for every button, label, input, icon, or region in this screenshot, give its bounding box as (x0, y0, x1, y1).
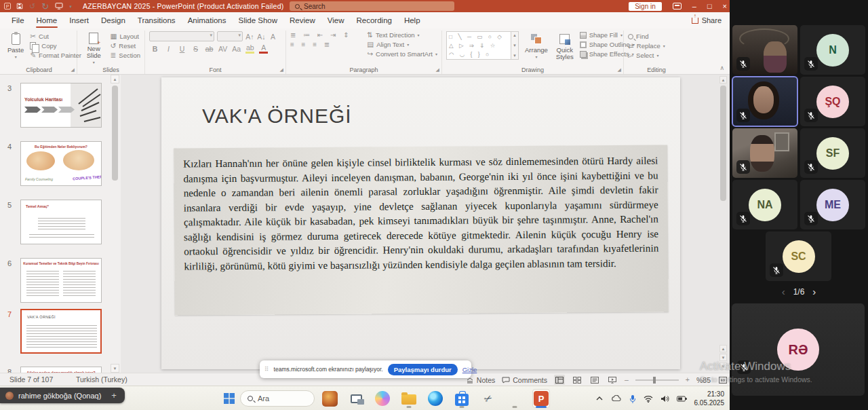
previous-page-icon[interactable]: ‹ (782, 286, 785, 297)
sign-in-button[interactable]: Sign in (629, 2, 662, 11)
text-highlight-button[interactable]: ab (245, 43, 254, 54)
tab-insert[interactable]: Insert (63, 14, 95, 26)
snipping-tool-button[interactable]: ✂ (479, 389, 497, 408)
comments-toggle[interactable]: Comments (502, 376, 547, 384)
scrollbar-thumb[interactable] (112, 86, 118, 181)
redo-icon[interactable]: ↻ (41, 2, 49, 11)
quick-styles-button[interactable]: Quick Styles (554, 31, 576, 65)
thumbnail-scrollbar[interactable]: ▲ ▼ (111, 75, 119, 373)
tab-help[interactable]: Help (398, 14, 427, 26)
hide-banner-link[interactable]: Gizle (462, 366, 477, 373)
shape-gallery-scroll[interactable]: ▲▼▼ (511, 31, 519, 60)
participant-initials-tile[interactable]: ME (800, 180, 865, 229)
task-view-button[interactable] (347, 389, 365, 408)
chrome-button[interactable] (506, 389, 524, 408)
tab-slide-show[interactable]: Slide Show (233, 14, 284, 26)
save-icon[interactable] (16, 3, 23, 10)
participant-video-tile[interactable] (732, 25, 797, 75)
clock[interactable]: 21:30 6.05.2025 (694, 390, 725, 407)
strikethrough-button[interactable]: ab (205, 45, 214, 53)
thumbnail-slide-7-selected[interactable]: 7 VAK'A ÖRNEĞİ (0, 309, 108, 356)
close-button[interactable]: × (723, 3, 727, 10)
tab-review[interactable]: Review (283, 14, 321, 26)
thumbnail-slide-5[interactable]: 5 Temel Amaç* (0, 200, 108, 247)
list-indent-icons[interactable]: ≣ ≔ ⇤ ⇥ ⇕ (290, 31, 363, 39)
reading-view-button[interactable] (589, 375, 600, 385)
normal-view-button[interactable] (554, 375, 565, 385)
tab-file[interactable]: File (5, 14, 31, 26)
customize-qat-icon[interactable]: ▾ (69, 4, 72, 9)
participant-initials-tile[interactable]: N (800, 25, 865, 75)
volume-icon[interactable] (660, 395, 669, 403)
clear-formatting-icon[interactable]: A (269, 33, 277, 41)
stop-sharing-button[interactable]: Paylaşmayı durdur (388, 364, 458, 375)
slide-body-text[interactable]: Kızları Hannah'nın her önüne gelen kişiy… (174, 145, 669, 315)
zoom-slider-thumb[interactable] (653, 377, 656, 384)
start-presentation-icon[interactable] (55, 3, 63, 10)
paste-button[interactable]: Paste▾ (5, 31, 26, 65)
search-box[interactable]: Search (290, 1, 454, 11)
participant-initials-tile[interactable]: SC (766, 231, 831, 281)
thumbnail-slide-3[interactable]: 3 Yolculuk Haritası (0, 83, 108, 130)
drawing-dialog-launcher-icon[interactable]: ◢ (618, 67, 621, 73)
convert-smartart-button[interactable]: ↪Convert to SmartArt▾ (367, 50, 437, 58)
reset-button[interactable]: ↺Reset (111, 42, 141, 50)
participant-video-tile[interactable] (732, 128, 797, 178)
shadow-button[interactable]: S (191, 45, 200, 53)
slide-sorter-view-button[interactable] (572, 375, 583, 385)
hidden-icons-chevron-icon[interactable] (595, 396, 604, 401)
font-dialog-launcher-icon[interactable]: ◢ (280, 67, 283, 73)
tab-animations[interactable]: Animations (182, 14, 233, 26)
italic-button[interactable]: I (164, 45, 173, 53)
participant-initials-tile[interactable]: NA (732, 180, 797, 229)
zoom-in-icon[interactable]: + (686, 376, 690, 384)
clipboard-dialog-launcher-icon[interactable]: ◢ (71, 67, 75, 73)
shape-gallery[interactable]: □ ╲ ─ ▭ ○ ◇ △ ▷ ⇒ ⇓ ☆ ◠ ◡ { } ○ (446, 31, 511, 60)
align-text-button[interactable]: ▤Align Text▾ (367, 41, 437, 48)
battery-icon[interactable] (677, 396, 687, 402)
font-size-select[interactable] (217, 31, 243, 41)
fit-slide-to-window-button[interactable] (717, 375, 728, 385)
shrink-font-icon[interactable]: A↓ (257, 33, 266, 41)
tab-recording[interactable]: Recording (351, 14, 398, 26)
copilot-button[interactable] (374, 389, 391, 408)
tab-view[interactable]: View (321, 14, 351, 26)
slideshow-view-button[interactable] (607, 375, 618, 385)
tab-design[interactable]: Design (95, 14, 132, 26)
participant-initials-tile[interactable]: SF (800, 128, 865, 178)
ribbon-display-options-icon[interactable] (673, 3, 682, 10)
minimize-button[interactable]: – (692, 3, 696, 10)
select-button[interactable]: ▻Select▾ (628, 52, 665, 59)
font-name-select[interactable] (149, 31, 214, 41)
taskbar-search-box[interactable]: Ara (240, 390, 315, 407)
section-button[interactable]: ≣Section (111, 52, 141, 59)
character-spacing-button[interactable]: AV (218, 45, 227, 53)
bold-button[interactable]: B (151, 45, 159, 53)
alignment-icons[interactable]: ≡ ≡ ≡ ≣ (290, 41, 363, 48)
onedrive-icon[interactable] (611, 395, 622, 402)
previous-slide-icon[interactable]: ▲ (719, 345, 727, 352)
new-slide-button[interactable]: New Slide▾ (81, 31, 106, 65)
tab-transitions[interactable]: Transitions (132, 14, 182, 26)
text-direction-button[interactable]: ⇅Text Direction▾ (367, 31, 437, 39)
wifi-icon[interactable] (644, 395, 653, 403)
slide-title[interactable]: VAK'A ÖRNEĞİ (202, 105, 352, 128)
drag-handle-icon[interactable]: ⠿ (264, 366, 269, 373)
underline-button[interactable]: U (178, 45, 186, 53)
font-color-button[interactable]: A (259, 43, 268, 54)
powerpoint-taskbar-button[interactable]: P (532, 389, 550, 408)
file-explorer-button[interactable] (400, 389, 418, 408)
notes-toggle[interactable]: Notes (466, 376, 495, 384)
scroll-down-icon[interactable]: ▼ (719, 362, 727, 370)
slide-number-indicator[interactable]: Slide 7 of 107 (9, 375, 53, 384)
zoom-level[interactable]: %85 (696, 376, 711, 384)
scrollbar-thumb[interactable] (720, 86, 726, 201)
active-speaker-video-tile[interactable] (732, 77, 797, 126)
next-page-icon[interactable]: › (812, 286, 816, 297)
layout-button[interactable]: ▦Layout (111, 33, 141, 40)
guest-browser-tab[interactable]: rahime gökboğa (Qonaq) + (0, 388, 125, 403)
slide-canvas[interactable]: VAK'A ÖRNEĞİ Kızları Hannah'nın her önün… (161, 77, 680, 369)
share-button[interactable]: Share (692, 16, 722, 24)
widgets-button[interactable] (321, 389, 338, 408)
spotlight-participant-tile[interactable]: RƏ (732, 303, 865, 396)
